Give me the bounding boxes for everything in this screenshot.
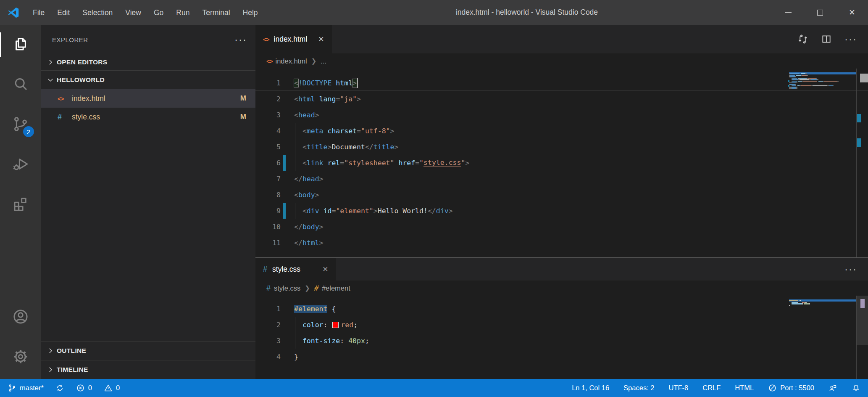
status-cursor-position[interactable]: Ln 1, Col 16 xyxy=(572,384,609,392)
file-item-index-html[interactable]: <>index.htmlM xyxy=(41,89,255,108)
code-line[interactable]: 9 <div id="element">Hello World!</div> xyxy=(255,203,868,219)
tab-close-icon[interactable]: ✕ xyxy=(318,35,324,44)
tab-style-css[interactable]: # style.css ✕ xyxy=(255,258,336,281)
breadcrumbs[interactable]: #style.css❯##element xyxy=(255,281,868,296)
close-button[interactable]: ✕ xyxy=(836,0,868,25)
minimap[interactable] xyxy=(789,69,856,90)
timeline-section[interactable]: TIMELINE xyxy=(41,360,255,379)
search-icon xyxy=(12,75,29,95)
code-token: ; xyxy=(365,337,369,345)
open-changes-icon[interactable] xyxy=(797,34,808,45)
menu-file[interactable]: File xyxy=(26,5,51,20)
ruler-word-highlight-mark xyxy=(860,299,865,308)
tab-close-icon[interactable]: ✕ xyxy=(322,265,328,274)
code-token: < xyxy=(294,95,298,103)
code-token: "utf-8" xyxy=(361,127,390,135)
code-line[interactable]: 7</head> xyxy=(255,171,868,187)
code-editor[interactable]: 1<!DOCTYPE html>2<html lang="ja">3<head>… xyxy=(255,69,868,257)
indent-guide xyxy=(295,333,295,349)
activity-search-button[interactable] xyxy=(0,65,41,105)
code-line[interactable]: 8<body> xyxy=(255,187,868,203)
activity-account-button[interactable] xyxy=(0,297,41,337)
tab-index-html[interactable]: <> index.html ✕ xyxy=(255,25,332,53)
activity-source-control-button[interactable]: 2 xyxy=(0,105,41,145)
menu-terminal[interactable]: Terminal xyxy=(196,5,236,20)
menu-run[interactable]: Run xyxy=(170,5,196,20)
status-warnings[interactable]: 0 xyxy=(104,384,120,392)
activity-run-debug-button[interactable] xyxy=(0,145,41,185)
file-item-style-css[interactable]: #style.cssM xyxy=(41,108,255,126)
vscode-window: FileEditSelectionViewGoRunTerminalHelp i… xyxy=(0,0,868,397)
breadcrumb-item[interactable]: ... xyxy=(321,57,326,65)
code-token: html xyxy=(302,239,319,247)
code-line[interactable]: 4} xyxy=(255,349,868,365)
code-token xyxy=(331,79,336,87)
code-line[interactable]: 2 color: red; xyxy=(255,317,868,333)
minimize-button[interactable] xyxy=(772,0,804,25)
status-label: HTML xyxy=(735,384,754,392)
explorer-more-actions-button[interactable]: ··· xyxy=(234,34,247,45)
folder-section-helloworld[interactable]: HELLOWORLD xyxy=(41,71,255,89)
code-line[interactable]: 1<!DOCTYPE html> xyxy=(255,75,868,91)
open-editors-section[interactable]: OPEN EDITORS xyxy=(41,54,255,70)
warning-icon xyxy=(104,384,113,392)
breadcrumb-item[interactable]: ##element xyxy=(314,284,350,293)
status-feedback[interactable] xyxy=(829,384,837,392)
html-file-icon: <> xyxy=(58,95,72,102)
menu-view[interactable]: View xyxy=(119,5,147,20)
outline-section[interactable]: OUTLINE xyxy=(41,341,255,360)
code-line[interactable]: 10</body> xyxy=(255,219,868,235)
code-token: link xyxy=(307,159,324,167)
minimap[interactable] xyxy=(789,296,856,306)
menu-help[interactable]: Help xyxy=(237,5,264,20)
ruler-modified-mark xyxy=(857,138,861,147)
code-line[interactable]: 3 font-size: 40px; xyxy=(255,333,868,349)
code-line[interactable]: 2<html lang="ja"> xyxy=(255,91,868,107)
breadcrumb-item[interactable]: #style.css xyxy=(266,284,300,293)
code-line[interactable]: 4 <meta charset="utf-8"> xyxy=(255,123,868,139)
code-line[interactable]: 5 <title>Document</title> xyxy=(255,139,868,155)
maximize-button[interactable] xyxy=(804,0,836,25)
activity-explorer-button[interactable] xyxy=(0,25,41,65)
line-content: <title>Document</title> xyxy=(294,139,398,155)
editor-more-actions-icon[interactable]: ··· xyxy=(844,263,857,275)
code-editor[interactable]: 1#element {2 color: red;3 font-size: 40p… xyxy=(255,296,868,379)
split-editor-icon[interactable] xyxy=(821,34,832,45)
breadcrumb-item[interactable]: <>index.html xyxy=(266,57,307,65)
indent-guide xyxy=(295,155,295,171)
menu-edit[interactable]: Edit xyxy=(51,5,76,20)
code-token: div xyxy=(307,207,319,215)
status-eol[interactable]: CRLF xyxy=(702,384,721,392)
overview-ruler[interactable] xyxy=(856,296,868,379)
code-area-html: 1<!DOCTYPE html>2<html lang="ja">3<head>… xyxy=(255,69,868,257)
activity-settings-button[interactable] xyxy=(0,337,41,377)
ruler-cursor-mark xyxy=(860,74,868,82)
code-token: #element xyxy=(294,305,327,313)
code-line[interactable]: 1#element { xyxy=(255,301,868,317)
code-line[interactable]: 6 <link rel="stylesheet" href="style.css… xyxy=(255,155,868,171)
activity-extensions-button[interactable] xyxy=(0,185,41,225)
status-errors[interactable]: 0 xyxy=(76,384,92,392)
code-line[interactable]: 3<head> xyxy=(255,107,868,123)
code-token: </ xyxy=(294,223,302,231)
overview-ruler[interactable] xyxy=(856,69,868,257)
status-indentation[interactable]: Spaces: 2 xyxy=(623,384,654,392)
breadcrumb-label: index.html xyxy=(276,57,307,65)
code-token: < xyxy=(294,79,298,87)
status-encoding[interactable]: UTF-8 xyxy=(669,384,689,392)
line-content: color: red; xyxy=(294,317,358,333)
menu-go[interactable]: Go xyxy=(147,5,170,20)
gutter-slot xyxy=(283,123,286,139)
code-line[interactable]: 11</html> xyxy=(255,235,868,251)
status-git-branch[interactable]: master* xyxy=(8,384,44,392)
breadcrumbs[interactable]: <>index.html❯... xyxy=(255,53,868,69)
code-token: > xyxy=(449,207,453,215)
menu-selection[interactable]: Selection xyxy=(76,5,119,20)
editor-more-actions-icon[interactable]: ··· xyxy=(844,33,857,45)
status-language-mode[interactable]: HTML xyxy=(735,384,754,392)
status-notifications[interactable] xyxy=(852,384,860,392)
code-token: div xyxy=(436,207,449,215)
status-live-server-port[interactable]: Port : 5500 xyxy=(768,384,814,392)
status-sync[interactable] xyxy=(55,384,64,392)
color-swatch-red[interactable] xyxy=(332,322,339,328)
